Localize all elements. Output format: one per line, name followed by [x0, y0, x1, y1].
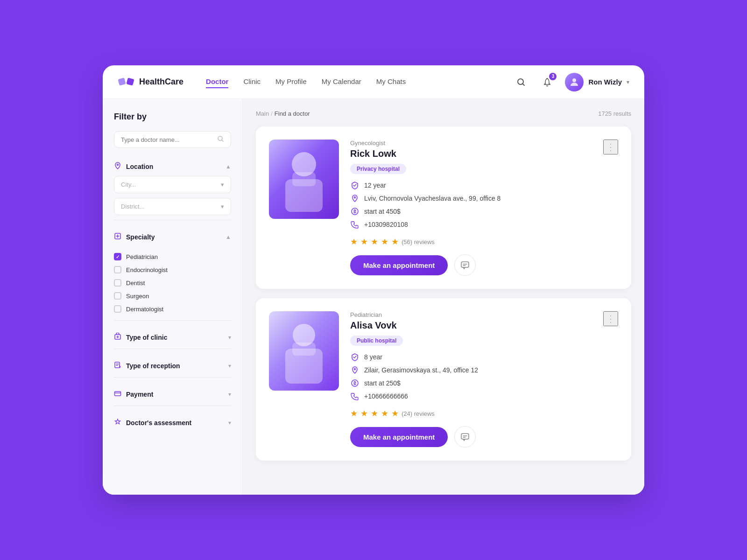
appointment-button-1[interactable]: Make an appointment	[350, 255, 448, 275]
checkbox-endocrinologist[interactable]	[114, 266, 121, 273]
location-section: Location ▲ City... ▾ District... ▾	[114, 157, 231, 220]
specialty-icon	[114, 232, 121, 242]
doctor-name-2: Alisa Vovk	[350, 320, 403, 331]
doctor-silhouette-1	[278, 147, 330, 212]
assessment-header[interactable]: Doctor's assessment ▾	[114, 413, 231, 432]
doctor-search-input[interactable]	[121, 136, 217, 143]
search-button[interactable]	[513, 74, 529, 91]
location-label: Location	[126, 163, 153, 170]
specialty-dentist[interactable]: Dentist	[114, 276, 231, 289]
star-2-1: ★	[350, 408, 358, 419]
city-dropdown[interactable]: City... ▾	[114, 176, 231, 193]
doctor-card-2: Pediatrician Alisa Vovk Public hospital …	[256, 298, 631, 461]
more-options-2[interactable]: ⋮	[603, 311, 618, 326]
search-icon-small	[217, 135, 224, 144]
specialty-name-surgeon: Surgeon	[126, 293, 149, 300]
star-1-1: ★	[350, 237, 358, 247]
search-box[interactable]	[114, 131, 231, 148]
svg-point-5	[117, 164, 119, 166]
breadcrumb-current: Find a doctor	[275, 110, 310, 117]
star-2-3: ★	[371, 408, 378, 419]
more-options-1[interactable]: ⋮	[603, 140, 618, 154]
payment-header[interactable]: Payment ▾	[114, 385, 231, 404]
specialty-label: Specialty	[126, 233, 155, 241]
nav-profile[interactable]: My Profile	[275, 76, 307, 88]
specialty-surgeon[interactable]: Surgeon	[114, 289, 231, 302]
svg-point-3	[572, 78, 576, 82]
chevron-down-icon: ▾	[627, 79, 629, 85]
doctor-silhouette-2	[278, 318, 330, 384]
sidebar: Filter by	[103, 99, 243, 495]
specialty-header[interactable]: Specialty ▲	[114, 228, 231, 246]
nav-calendar[interactable]: My Calendar	[322, 76, 361, 88]
experience-text-1: 12 year	[364, 182, 386, 189]
assessment-chevron: ▾	[228, 420, 231, 426]
filter-title: Filter by	[114, 112, 231, 122]
specialty-dermatologist[interactable]: Dermatologist	[114, 302, 231, 315]
chat-icon-2	[460, 432, 470, 441]
district-placeholder: District...	[121, 203, 145, 210]
search-icon	[516, 77, 526, 87]
nav-doctor[interactable]: Doctor	[206, 76, 228, 88]
stars-row-2: ★ ★ ★ ★ ★ (24) reviews	[350, 408, 618, 419]
chat-button-1[interactable]	[454, 254, 476, 276]
hospital-badge-2: Public hospital	[350, 336, 403, 346]
star-2-2: ★	[360, 408, 368, 419]
location-header[interactable]: Location ▲	[114, 157, 231, 176]
reception-icon	[114, 361, 121, 371]
phone-icon-1	[350, 220, 359, 229]
chat-button-2[interactable]	[454, 426, 476, 448]
svg-rect-1	[126, 77, 134, 85]
specialty-endocrinologist[interactable]: Endocrinologist	[114, 263, 231, 276]
checkbox-pediatrician[interactable]	[114, 253, 121, 260]
shield-icon-1	[350, 181, 359, 190]
results-count: 1725 results	[598, 110, 631, 117]
address-text-2: Zilair, Gerasimovskaya st., 49, office 1…	[364, 366, 478, 374]
specialty-chevron: ▲	[226, 234, 231, 240]
location-icon	[114, 162, 121, 171]
experience-row-2: 8 year	[350, 352, 618, 362]
header: HealthCare Doctor Clinic My Profile My C…	[103, 65, 644, 99]
checkbox-dermatologist[interactable]	[114, 305, 121, 313]
main-content: Main / Find a doctor 1725 results	[243, 99, 644, 495]
city-arrow: ▾	[221, 181, 224, 188]
app-container: HealthCare Doctor Clinic My Profile My C…	[103, 65, 644, 495]
type-reception-label: Type of reception	[126, 362, 180, 370]
notification-badge: 3	[549, 73, 557, 80]
specialty-pediatrician[interactable]: Pediatrician	[114, 250, 231, 263]
clinic-icon	[114, 333, 121, 342]
checkbox-surgeon[interactable]	[114, 292, 121, 300]
svg-point-13	[354, 197, 356, 198]
notification-button[interactable]: 3	[539, 74, 556, 91]
user-area[interactable]: Ron Wizly ▾	[565, 73, 629, 91]
star-1-4: ★	[381, 237, 388, 247]
type-clinic-section: Type of clinic ▾	[114, 328, 231, 349]
svg-rect-9	[115, 392, 121, 396]
checkbox-dentist[interactable]	[114, 279, 121, 287]
avatar	[565, 73, 584, 91]
phone-text-1: +10309820108	[364, 221, 408, 228]
price-icon-2	[350, 378, 359, 388]
breadcrumb-main[interactable]: Main	[256, 110, 269, 117]
card-actions-1: Make an appointment	[350, 254, 618, 276]
doctor-name-1: Rick Lowk	[350, 148, 406, 159]
type-reception-header[interactable]: Type of reception ▾	[114, 357, 231, 375]
nav-chats[interactable]: My Chats	[376, 76, 406, 88]
city-placeholder: City...	[121, 181, 136, 188]
nav-clinic[interactable]: Clinic	[243, 76, 261, 88]
nav: Doctor Clinic My Profile My Calendar My …	[206, 76, 513, 88]
phone-row-2: +10666666666	[350, 392, 618, 401]
price-icon-1	[350, 207, 359, 216]
district-dropdown[interactable]: District... ▾	[114, 198, 231, 215]
assessment-icon	[114, 418, 121, 427]
payment-icon	[114, 390, 121, 399]
phone-icon-2	[350, 392, 359, 401]
specialty-name-pediatrician: Pediatrician	[126, 253, 158, 260]
appointment-button-2[interactable]: Make an appointment	[350, 427, 448, 447]
svg-rect-21	[461, 434, 469, 439]
doctor-card-1: Gynecologist Rick Lowk Privacy hospital …	[256, 126, 631, 289]
experience-text-2: 8 year	[364, 353, 382, 361]
type-clinic-header[interactable]: Type of clinic ▾	[114, 328, 231, 347]
reception-chevron: ▾	[228, 363, 231, 369]
body: Filter by	[103, 99, 644, 495]
